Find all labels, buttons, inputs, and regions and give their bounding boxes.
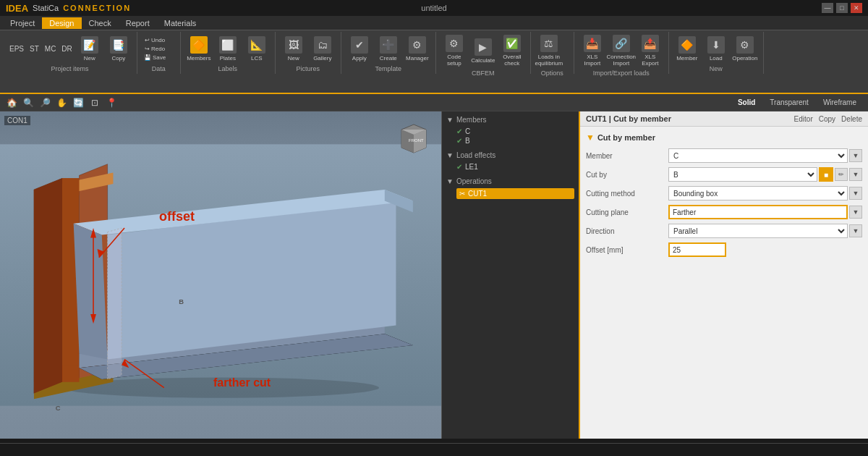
member-label: Member — [586, 152, 665, 160]
close-button[interactable]: ✕ — [851, 3, 862, 13]
menu-design[interactable]: Design — [42, 17, 81, 29]
copy-project-button[interactable]: 📑 Copy — [105, 35, 132, 63]
create-template-button[interactable]: ➕ Create — [375, 35, 402, 63]
cut-by-row: Cut by B ■ ✏ ▼ — [586, 167, 862, 182]
calculate-button[interactable]: ▶ Calculate — [469, 37, 497, 65]
cbfem-label: CBFEM — [441, 68, 526, 77]
ribbon-group-options: ⚖ Loads in equilibrium Options — [531, 32, 574, 74]
cut-by-edit-btn[interactable]: ✏ — [835, 168, 848, 181]
plates-button[interactable]: ⬜ Plates — [214, 35, 242, 63]
zoom-in-button[interactable]: 🔎 — [38, 96, 52, 109]
direction-label: Direction — [586, 227, 665, 235]
cutting-method-row: Cutting method Bounding box ▼ — [586, 186, 862, 200]
snap-button[interactable]: 📍 — [104, 96, 119, 109]
ie-buttons: 📥 XLS Import 🔗 Connection Import 📤 XLS E… — [579, 33, 664, 68]
props-section-title: ▼ Cut by member — [586, 132, 862, 143]
direction-select[interactable]: Parallel — [668, 224, 848, 238]
window-title: untitled — [421, 4, 446, 12]
new-project-button[interactable]: 📝 New — [76, 35, 103, 63]
zoom-select-button[interactable]: 🔍 — [21, 96, 35, 109]
props-panel: CUT1 | Cut by member Editor Copy Delete … — [579, 111, 868, 439]
st-button[interactable]: ST — [27, 44, 41, 54]
new-member-button[interactable]: 🔶 Member — [673, 35, 701, 63]
ribbon-group-labels: 🔶 Members ⬜ Plates 📐 LCS Labels — [181, 32, 276, 74]
new-operation-button[interactable]: ⚙ Operation — [731, 35, 759, 63]
member-b-item[interactable]: ✔ B — [446, 136, 574, 145]
cutting-method-select[interactable]: Bounding box — [668, 186, 848, 200]
xls-import-button[interactable]: 📥 XLS Import — [579, 33, 606, 68]
cutting-plane-label: Cutting plane — [586, 208, 665, 216]
dr-button[interactable]: DR — [59, 44, 74, 54]
xls-export-button[interactable]: 📤 XLS Export — [637, 33, 664, 68]
nav-toolbar: 🏠 🔍 🔎 ✋ 🔄 ⊡ 📍 Solid Transparent Wirefram… — [0, 94, 868, 111]
redo-button[interactable]: ↪ Redo — [142, 45, 168, 53]
import-export-label: Import/Export loads — [579, 68, 664, 77]
rotate-button[interactable]: 🔄 — [71, 96, 85, 109]
menu-check[interactable]: Check — [82, 17, 119, 29]
members-button[interactable]: 🔶 Members — [185, 35, 213, 63]
ribbon-group-project-items: EPS ST MC DR 📝 New 📑 Copy Project items — [3, 32, 137, 74]
cutting-plane-row: Cutting plane ▼ — [586, 205, 862, 219]
window-controls: — □ ✕ — [822, 3, 862, 13]
loads-equilibrium-button[interactable]: ⚖ Loads in equilibrium — [535, 33, 563, 68]
mc-button[interactable]: MC — [43, 44, 59, 54]
copy-action[interactable]: Copy — [819, 115, 835, 123]
svg-marker-18 — [108, 228, 122, 379]
home-button[interactable]: 🏠 — [4, 96, 19, 109]
overall-check-button[interactable]: ✅ Overall check — [498, 33, 526, 68]
wireframe-tab[interactable]: Wireframe — [816, 97, 864, 108]
members-section-title: ▼ Members — [446, 116, 574, 124]
props-actions: Editor Copy Delete — [794, 115, 862, 123]
maximize-button[interactable]: □ — [836, 3, 848, 13]
editor-action[interactable]: Editor — [794, 115, 813, 123]
lcs-button[interactable]: 📐 LCS — [243, 35, 271, 63]
code-setup-button[interactable]: ⚙ Code setup — [441, 33, 468, 68]
fit-button[interactable]: ⊡ — [88, 96, 102, 109]
ribbon-group-data: ↩ Undo ↪ Redo 💾 Save Data — [137, 32, 181, 74]
cutting-plane-dropdown-btn[interactable]: ▼ — [849, 206, 862, 219]
direction-dropdown-btn[interactable]: ▼ — [849, 224, 862, 237]
cut-by-select[interactable]: B — [668, 167, 817, 182]
direction-select-row: Parallel ▼ — [668, 224, 862, 238]
menu-project[interactable]: Project — [3, 17, 42, 29]
cut-by-dropdown-btn[interactable]: ▼ — [849, 168, 862, 181]
solid-tab[interactable]: Solid — [731, 97, 762, 108]
cube-navigator[interactable]: FRONT — [394, 119, 434, 159]
new-load-button[interactable]: ⬇ Load — [702, 35, 730, 63]
member-select[interactable]: C — [668, 148, 848, 163]
eps-button[interactable]: EPS — [7, 44, 26, 54]
le1-item[interactable]: ✔ LE1 — [446, 162, 574, 172]
status-bar — [0, 443, 868, 456]
cutting-plane-input[interactable] — [668, 205, 848, 219]
load-effects-title: ▼ Load effects — [446, 151, 574, 159]
transparent-tab[interactable]: Transparent — [762, 97, 816, 108]
undo-button[interactable]: ↩ Undo — [142, 36, 168, 44]
cut-by-color-btn[interactable]: ■ — [819, 167, 833, 182]
template-buttons: ✔ Apply ➕ Create ⚙ Manager — [346, 33, 431, 64]
manager-button[interactable]: ⚙ Manager — [404, 35, 431, 63]
connection-import-button[interactable]: 🔗 Connection Import — [608, 33, 635, 68]
gallery-button[interactable]: 🗂 Gallery — [309, 35, 336, 63]
viewport[interactable]: B C offset farther cut CON1 — [0, 111, 441, 439]
cutting-method-dropdown-btn[interactable]: ▼ — [849, 187, 862, 200]
pan-button[interactable]: ✋ — [54, 96, 69, 109]
collapse-icon[interactable]: ▼ — [586, 132, 595, 143]
offset-input[interactable] — [668, 242, 726, 257]
minimize-button[interactable]: — — [822, 3, 833, 13]
new-picture-button[interactable]: 🖼 New — [280, 35, 307, 63]
operations-section: ▼ Operations ✂ CUT1 — [446, 177, 574, 199]
save-button[interactable]: 💾 Save — [142, 54, 168, 62]
menu-materials[interactable]: Materials — [157, 17, 204, 29]
cut1-operation[interactable]: ✂ CUT1 — [456, 188, 574, 199]
member-c-item[interactable]: ✔ C — [446, 127, 574, 136]
apply-button[interactable]: ✔ Apply — [346, 35, 373, 63]
new-label: New — [673, 64, 759, 72]
menu-report[interactable]: Report — [119, 17, 157, 29]
delete-action[interactable]: Delete — [841, 115, 862, 123]
member-select-row: C ▼ — [668, 148, 862, 163]
options-buttons: ⚖ Loads in equilibrium — [535, 33, 569, 68]
pictures-buttons: 🖼 New 🗂 Gallery — [280, 33, 336, 64]
ribbon-group-import-export: 📥 XLS Import 🔗 Connection Import 📤 XLS E… — [574, 32, 669, 74]
app-logo: IDEA — [6, 3, 28, 14]
member-dropdown-btn[interactable]: ▼ — [849, 149, 862, 162]
